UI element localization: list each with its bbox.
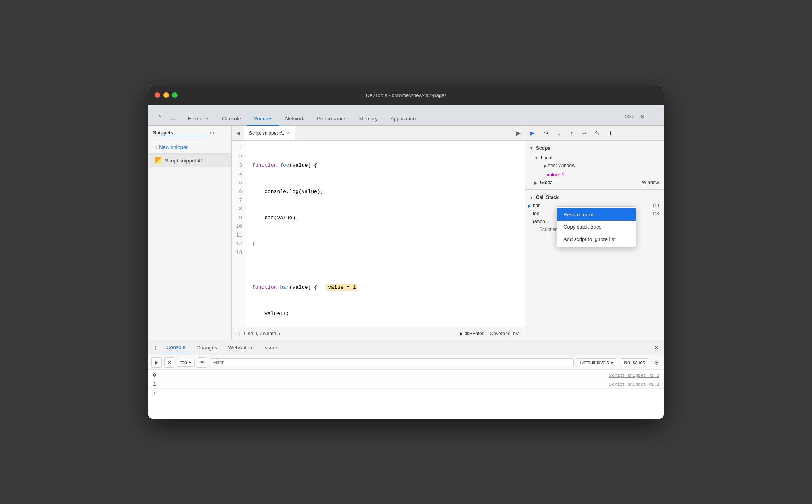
code-line-7: value++;: [251, 309, 521, 318]
code-content[interactable]: function foo(value) { console.log(value)…: [247, 141, 525, 327]
callstack-header[interactable]: ▼ Call Stack: [530, 193, 659, 202]
tab-memory[interactable]: Memory: [353, 113, 384, 126]
middle-row: Snippets >> ⋮ + New snippet Script snipp…: [148, 126, 664, 340]
callstack-triangle-icon: ▼: [530, 195, 534, 200]
scope-title: Scope: [536, 145, 550, 151]
scope-local-header[interactable]: ▼ Local: [534, 154, 659, 161]
step-out-button[interactable]: ↑: [566, 128, 577, 139]
context-menu-restart-frame[interactable]: Restart frame: [557, 208, 636, 221]
tab-sources[interactable]: Sources: [247, 113, 279, 126]
scope-triangle-icon: ▼: [530, 146, 534, 151]
scope-this-item: ▶ this: Window: [534, 161, 659, 170]
console-tab-changes[interactable]: Changes: [192, 342, 222, 353]
step-over-button[interactable]: ↷: [541, 128, 552, 139]
window-title: DevTools - chrome://new-tab-page/: [366, 92, 446, 98]
console-log-0-value: 0: [153, 372, 609, 378]
tab-performance[interactable]: Performance: [310, 113, 352, 126]
console-settings-icon[interactable]: ⚙: [652, 358, 661, 367]
deactivate-button[interactable]: ✎: [592, 128, 603, 139]
callstack-section: ▼ Call Stack bar 1:9 foo 1:3 (anon...: [525, 190, 664, 237]
code-area[interactable]: 1234 5678 910111213 function foo(value) …: [232, 141, 525, 327]
close-button[interactable]: [155, 92, 160, 98]
editor-run-icon[interactable]: ▶: [512, 126, 525, 140]
callstack-title: Call Stack: [536, 195, 559, 200]
tab-application[interactable]: Application: [384, 113, 422, 126]
context-selector[interactable]: top ▾: [177, 359, 195, 367]
step-button[interactable]: →: [579, 128, 590, 139]
console-log-1-value: 1: [153, 381, 609, 387]
minimize-button[interactable]: [163, 92, 169, 98]
fullscreen-button[interactable]: [172, 92, 178, 98]
context-menu-copy-stack[interactable]: Copy stack trace: [557, 221, 636, 233]
sidebar-header: Snippets >> ⋮: [148, 126, 231, 141]
console-close-button[interactable]: ✕: [652, 344, 661, 352]
new-snippet-button[interactable]: + New snippet: [148, 141, 231, 154]
resume-button[interactable]: ▶⏸: [528, 128, 539, 139]
tab-console[interactable]: Console: [216, 113, 247, 126]
local-label: Local: [541, 155, 552, 160]
traffic-lights: [155, 92, 178, 98]
console-log-1-source[interactable]: Script snippet #1:8: [609, 382, 659, 387]
scope-this: this: Window: [548, 163, 575, 168]
status-bar-left: { } Line 9, Column 5: [236, 331, 280, 336]
editor-tabs: ◀ Script snippet #1 ✕ ▶: [232, 126, 525, 141]
snippet-name: Script snippet #1: [165, 158, 203, 164]
format-icon[interactable]: { }: [236, 331, 241, 336]
code-line-1: function foo(value) {: [251, 161, 521, 170]
console-log-0-source[interactable]: Script snippet #1:2: [609, 373, 659, 378]
sidebar-menu-icon[interactable]: ⋮: [218, 129, 226, 137]
sidebar-header-icons: >> ⋮: [207, 129, 226, 137]
eye-icon[interactable]: 👁: [197, 357, 207, 368]
filter-input[interactable]: [210, 358, 574, 367]
console-tab-console[interactable]: Console: [162, 342, 190, 353]
no-issues-button[interactable]: No Issues: [620, 358, 649, 367]
snippet-item[interactable]: Script snippet #1: [148, 154, 231, 167]
scope-local: ▼ Local ▶ this: Window value: 1: [530, 154, 659, 179]
global-value: Window: [642, 180, 659, 185]
console-run-icon[interactable]: ▶: [151, 357, 162, 368]
context-menu: Restart frame Copy stack trace Add scrip…: [557, 206, 636, 247]
body-area: Snippets >> ⋮ + New snippet Script snipp…: [148, 126, 664, 419]
tab-elements[interactable]: Elements: [182, 113, 216, 126]
coverage-label: Coverage: n/a: [490, 331, 520, 336]
console-block-icon[interactable]: ⊘: [164, 357, 174, 368]
console-tab-webauthn[interactable]: WebAuthn: [224, 342, 257, 353]
pointer-icon[interactable]: ↖: [155, 111, 166, 122]
run-button[interactable]: ▶ ⌘+Enter: [460, 331, 484, 336]
callstack-frame-bar-loc: 1:9: [652, 203, 659, 208]
customize-icon[interactable]: ⋮: [649, 111, 661, 122]
top-label: top: [180, 360, 187, 365]
default-levels-button[interactable]: Default levels ▾: [576, 358, 617, 367]
line-numbers: 1234 5678 910111213: [232, 141, 247, 327]
default-levels-icon: ▾: [611, 360, 613, 365]
tab-network[interactable]: Network: [279, 113, 311, 126]
code-line-3: bar(value);: [251, 214, 521, 222]
snippet-icon: [155, 157, 162, 164]
settings-icon[interactable]: ⚙: [637, 111, 648, 122]
console-tabs: ⋮ Console Changes WebAuthn Issues ✕: [148, 340, 664, 355]
context-menu-ignore-script[interactable]: Add script to ignore list: [557, 233, 636, 245]
sidebar-more-icon[interactable]: >>: [207, 129, 216, 137]
more-tabs-icon[interactable]: >>>: [624, 111, 635, 122]
tab-icons-left: ↖ ⬜: [151, 111, 182, 125]
editor-tab-close-icon[interactable]: ✕: [287, 130, 290, 136]
scope-value: value: 1: [547, 172, 565, 178]
device-icon[interactable]: ⬜: [167, 111, 178, 122]
tabbar-right-icons: >>> ⚙ ⋮: [624, 111, 661, 125]
console-tab-issues[interactable]: Issues: [259, 342, 283, 353]
console-prompt[interactable]: ›: [148, 389, 664, 398]
prompt-arrow-icon: ›: [153, 390, 156, 396]
pause-exception-button[interactable]: ⏸: [604, 128, 615, 139]
debugger-toolbar: ▶⏸ ↷ ↓ ↑ → ✎ ⏸: [525, 126, 664, 141]
console-toolbar: ▶ ⊘ top ▾ 👁 Default levels ▾ No Issues ⚙: [148, 355, 664, 370]
code-line-2: console.log(value);: [251, 187, 521, 196]
callstack-frame-foo-loc: 1:3: [652, 211, 659, 216]
local-triangle-icon: ▼: [534, 156, 538, 160]
editor-nav-left-icon[interactable]: ◀: [232, 126, 244, 140]
editor-tab-snippet[interactable]: Script snippet #1 ✕: [244, 126, 295, 140]
scope-header[interactable]: ▼ Scope: [530, 144, 659, 153]
step-into-button[interactable]: ↓: [553, 128, 565, 139]
console-menu-icon[interactable]: ⋮: [151, 344, 160, 352]
default-levels-label: Default levels: [580, 360, 609, 365]
scope-section: ▼ Scope ▼ Local ▶ this: Window: [525, 141, 664, 190]
